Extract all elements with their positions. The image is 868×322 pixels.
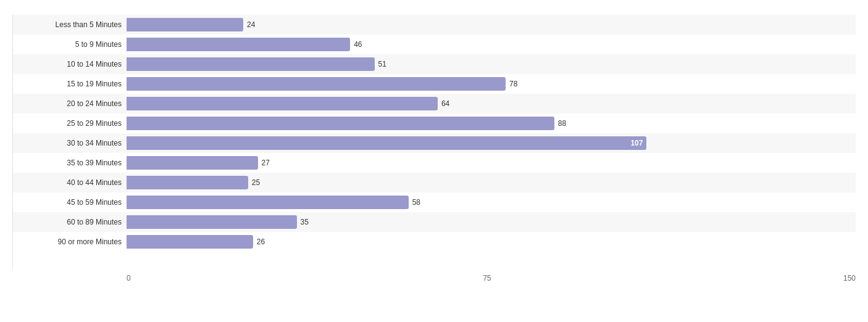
- bar-row: 30 to 34 Minutes107: [12, 133, 856, 153]
- bar-track: 88: [127, 117, 856, 130]
- bar-row: 35 to 39 Minutes27: [12, 153, 856, 173]
- bar-row: 5 to 9 Minutes46: [12, 35, 856, 54]
- bar-value-outside: 46: [354, 40, 362, 49]
- bar-value-outside: 64: [441, 99, 449, 108]
- bar-track: 64: [127, 97, 856, 110]
- bar-row: 45 to 59 Minutes58: [12, 192, 856, 212]
- bar-label: 40 to 44 Minutes: [12, 178, 127, 187]
- bar-label: 5 to 9 Minutes: [12, 40, 127, 49]
- bar-value-outside: 25: [252, 178, 260, 187]
- bar-track: 107: [127, 136, 856, 150]
- bar-value-outside: 88: [558, 119, 566, 128]
- bar-label: 20 to 24 Minutes: [12, 99, 127, 108]
- bar-track: 51: [127, 57, 856, 71]
- bar-track: 78: [127, 77, 856, 91]
- x-axis-label: 0: [127, 274, 131, 283]
- bar-label: 10 to 14 Minutes: [12, 60, 127, 68]
- bar-label: 15 to 19 Minutes: [12, 80, 127, 88]
- bar-value-outside: 26: [257, 237, 265, 246]
- bar-label: 25 to 29 Minutes: [12, 119, 127, 128]
- bar-row: 40 to 44 Minutes25: [12, 173, 856, 192]
- bar-label: 35 to 39 Minutes: [12, 159, 127, 167]
- bar-fill: [127, 196, 409, 209]
- bar-value-outside: 58: [412, 198, 420, 207]
- x-axis-label: 75: [483, 274, 491, 283]
- bar-value-outside: 78: [509, 80, 517, 88]
- bar-fill: [127, 77, 506, 91]
- bar-value-outside: 51: [378, 60, 386, 68]
- bar-fill: [127, 97, 438, 110]
- bar-value-outside: 35: [301, 218, 309, 226]
- bar-label: 60 to 89 Minutes: [12, 218, 127, 226]
- x-axis: 075150: [12, 271, 856, 283]
- chart-area: Less than 5 Minutes245 to 9 Minutes4610 …: [12, 15, 856, 283]
- bar-fill: [127, 235, 253, 249]
- chart-container: Less than 5 Minutes245 to 9 Minutes4610 …: [0, 0, 868, 322]
- bar-track: 58: [127, 196, 856, 209]
- bar-label: 30 to 34 Minutes: [12, 139, 127, 147]
- bar-row: 90 or more Minutes26: [12, 232, 856, 252]
- bar-row: 10 to 14 Minutes51: [12, 54, 856, 74]
- bar-fill: [127, 176, 248, 189]
- bar-value-inside: 107: [630, 139, 643, 147]
- bar-label: Less than 5 Minutes: [12, 20, 127, 29]
- bar-fill: 107: [127, 136, 646, 150]
- bar-row: 15 to 19 Minutes78: [12, 74, 856, 94]
- bar-row: 20 to 24 Minutes64: [12, 94, 856, 114]
- bar-fill: [127, 38, 350, 51]
- bar-label: 90 or more Minutes: [12, 237, 127, 246]
- bar-row: Less than 5 Minutes24: [12, 15, 856, 35]
- bar-row: 60 to 89 Minutes35: [12, 212, 856, 232]
- bar-fill: [127, 117, 554, 130]
- bar-fill: [127, 215, 297, 229]
- bar-track: 27: [127, 156, 856, 170]
- bar-track: 35: [127, 215, 856, 229]
- bar-track: 25: [127, 176, 856, 189]
- bar-fill: [127, 57, 375, 71]
- bar-fill: [127, 18, 243, 31]
- bar-track: 26: [127, 235, 856, 249]
- bar-track: 24: [127, 18, 856, 31]
- bar-value-outside: 27: [262, 159, 270, 167]
- chart-inner: Less than 5 Minutes245 to 9 Minutes4610 …: [12, 15, 856, 269]
- x-axis-labels: 075150: [127, 271, 856, 283]
- bar-fill: [127, 156, 258, 170]
- x-axis-label: 150: [843, 274, 856, 283]
- bar-value-outside: 24: [247, 20, 255, 29]
- bar-label: 45 to 59 Minutes: [12, 198, 127, 207]
- bar-track: 46: [127, 38, 856, 51]
- bar-row: 25 to 29 Minutes88: [12, 114, 856, 133]
